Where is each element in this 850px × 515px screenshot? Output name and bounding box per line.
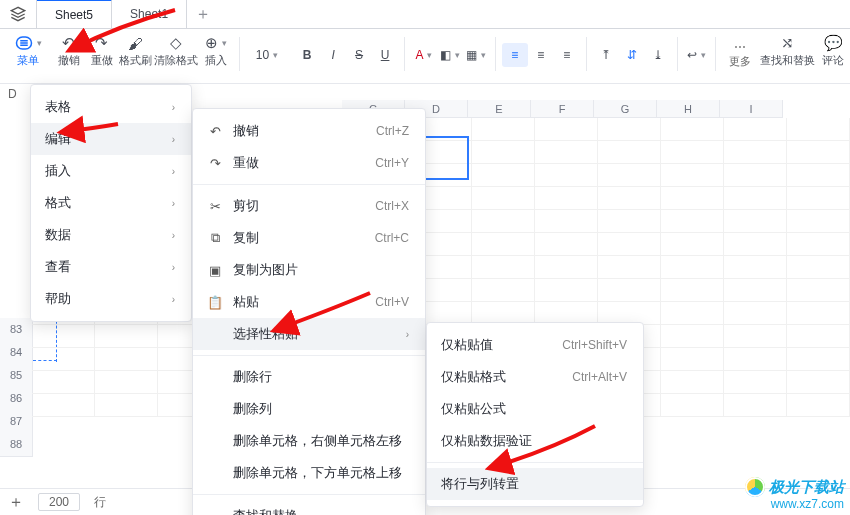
main-menu: 表格› 编辑› 插入› 格式› 数据› 查看› 帮助› <box>30 84 192 322</box>
find-replace-icon: ⤭ <box>781 33 794 53</box>
valign-middle-button[interactable]: ⇵ <box>619 43 645 67</box>
edit-redo[interactable]: ↷重做Ctrl+Y <box>193 147 425 179</box>
column-header[interactable]: F <box>531 100 594 118</box>
paste-special-submenu: 仅粘贴值Ctrl+Shift+V 仅粘贴格式Ctrl+Alt+V 仅粘贴公式 仅… <box>426 322 644 507</box>
row-header[interactable]: 86 <box>0 387 33 411</box>
row-unit-label: 行 <box>94 494 106 511</box>
align-left-button[interactable]: ≡ <box>502 43 528 67</box>
row-header[interactable]: 84 <box>0 341 33 365</box>
add-rows-button[interactable]: ＋ <box>8 492 24 513</box>
edit-delete-row[interactable]: 删除行 <box>193 361 425 393</box>
column-header[interactable]: G <box>594 100 657 118</box>
menu-view[interactable]: 查看› <box>31 251 191 283</box>
undo-button[interactable]: ↶ 撤销 <box>52 33 85 75</box>
undo-icon: ↶ <box>62 33 75 53</box>
copy-icon: ⧉ <box>207 230 223 246</box>
font-size-select[interactable]: 10▾ <box>246 43 294 67</box>
comments-button[interactable]: 💬 评论 <box>817 33 850 75</box>
toolbar: ▾ 菜单 ↶ 撤销 ↷ 重做 🖌 格式刷 ◇ 清除格式 ⊕▾ 插入 10▾ B … <box>0 29 850 84</box>
paste-validation[interactable]: 仅粘贴数据验证 <box>427 425 643 457</box>
image-icon: ▣ <box>207 263 223 278</box>
paste-values[interactable]: 仅粘贴值Ctrl+Shift+V <box>427 329 643 361</box>
tab-sheet5[interactable]: Sheet5 <box>37 0 112 28</box>
column-header[interactable]: H <box>657 100 720 118</box>
find-replace-button[interactable]: ⤭ 查找和替换 <box>759 33 817 75</box>
name-box[interactable]: D <box>8 87 17 101</box>
scissors-icon: ✂ <box>207 199 223 214</box>
underline-button[interactable]: U <box>372 43 398 67</box>
edit-find-replace[interactable]: ⌕查找和替换 <box>193 500 425 515</box>
insert-button[interactable]: ⊕▾ 插入 <box>200 33 233 75</box>
tab-add[interactable]: ＋ <box>187 0 219 28</box>
format-brush-button[interactable]: 🖌 格式刷 <box>118 33 151 75</box>
redo-button[interactable]: ↷ 重做 <box>85 33 118 75</box>
row-header[interactable]: 87 <box>0 410 33 434</box>
edit-paste[interactable]: 📋粘贴Ctrl+V <box>193 286 425 318</box>
menu-button[interactable]: ▾ 菜单 <box>4 33 52 75</box>
row-count-input[interactable]: 200 <box>38 493 80 511</box>
edit-cut[interactable]: ✂剪切Ctrl+X <box>193 190 425 222</box>
edit-submenu: ↶撤销Ctrl+Z ↷重做Ctrl+Y ✂剪切Ctrl+X ⧉复制Ctrl+C … <box>192 108 426 515</box>
strike-button[interactable]: S <box>346 43 372 67</box>
clear-format-icon: ◇ <box>170 33 182 53</box>
edit-paste-special[interactable]: 选择性粘贴› <box>193 318 425 350</box>
redo-icon: ↷ <box>95 33 108 53</box>
column-header[interactable]: I <box>720 100 783 118</box>
brush-icon: 🖌 <box>128 33 143 53</box>
layers-icon[interactable] <box>0 0 37 28</box>
menu-help[interactable]: 帮助› <box>31 283 191 315</box>
align-center-button[interactable]: ≡ <box>528 43 554 67</box>
menu-format[interactable]: 格式› <box>31 187 191 219</box>
undo-icon: ↶ <box>207 124 223 139</box>
menu-edit[interactable]: 编辑› <box>31 123 191 155</box>
italic-button[interactable]: I <box>320 43 346 67</box>
edit-copy[interactable]: ⧉复制Ctrl+C <box>193 222 425 254</box>
row-header[interactable]: 83 <box>0 318 33 342</box>
plus-circle-icon: ⊕▾ <box>205 33 227 53</box>
comment-icon: 💬 <box>824 33 843 53</box>
valign-bottom-button[interactable]: ⤓ <box>645 43 671 67</box>
paste-formula[interactable]: 仅粘贴公式 <box>427 393 643 425</box>
edit-delete-shift-up[interactable]: 删除单元格，下方单元格上移 <box>193 457 425 489</box>
column-header[interactable]: E <box>468 100 531 118</box>
edit-undo[interactable]: ↶撤销Ctrl+Z <box>193 115 425 147</box>
clipboard-icon: 📋 <box>207 295 223 310</box>
menu-data[interactable]: 数据› <box>31 219 191 251</box>
align-right-button[interactable]: ≡ <box>554 43 580 67</box>
wrap-button[interactable]: ↩︎▾ <box>683 43 709 67</box>
menu-table[interactable]: 表格› <box>31 91 191 123</box>
sheet-tab-bar: Sheet5 Sheet1 ＋ <box>0 0 850 29</box>
paste-format[interactable]: 仅粘贴格式Ctrl+Alt+V <box>427 361 643 393</box>
font-color-button[interactable]: A▾ <box>411 43 437 67</box>
menu-insert[interactable]: 插入› <box>31 155 191 187</box>
paste-transpose[interactable]: 将行与列转置 <box>427 468 643 500</box>
borders-button[interactable]: ▦▾ <box>463 43 489 67</box>
row-header[interactable]: 88 <box>0 433 33 457</box>
more-button[interactable]: ⋯ 更多 <box>722 33 759 75</box>
clear-format-button[interactable]: ◇ 清除格式 <box>152 33 200 75</box>
menu-icon: ▾ <box>15 33 42 53</box>
bold-button[interactable]: B <box>294 43 320 67</box>
ellipsis-icon: ⋯ <box>734 40 746 54</box>
fill-color-button[interactable]: ◧▾ <box>437 43 463 67</box>
edit-copy-image[interactable]: ▣复制为图片 <box>193 254 425 286</box>
valign-top-button[interactable]: ⤒ <box>593 43 619 67</box>
tab-sheet1[interactable]: Sheet1 <box>112 0 187 28</box>
row-header[interactable]: 85 <box>0 364 33 388</box>
edit-delete-shift-left[interactable]: 删除单元格，右侧单元格左移 <box>193 425 425 457</box>
edit-delete-col[interactable]: 删除列 <box>193 393 425 425</box>
redo-icon: ↷ <box>207 156 223 171</box>
search-icon: ⌕ <box>207 509 223 516</box>
